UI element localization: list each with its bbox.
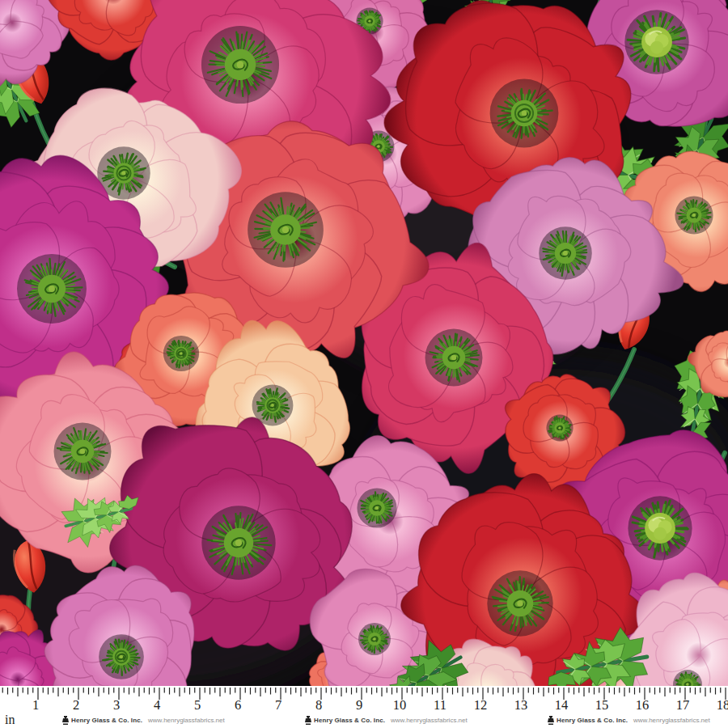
ruler-number: 3 xyxy=(113,697,120,713)
poppy-center-fuzzy xyxy=(201,506,275,579)
henry-glass-lamp-logo-icon xyxy=(62,716,69,725)
poppy-center-ball xyxy=(624,10,688,74)
ruler-number: 13 xyxy=(514,697,528,713)
ruler-number: 2 xyxy=(73,697,79,713)
poppy-center-fuzzy xyxy=(54,423,112,480)
selvage-brand-group: Henry Glass & Co. Inc.www.henryglassfabr… xyxy=(62,715,225,725)
poppy-center-spiral xyxy=(163,336,199,371)
ruler-number: 17 xyxy=(676,697,690,713)
poppy-center-fuzzy xyxy=(487,570,552,636)
poppy-fabric-print xyxy=(0,0,728,686)
poppy-center-fuzzy xyxy=(675,196,713,234)
ruler-number: 8 xyxy=(315,697,322,713)
poppy-center-fuzzy xyxy=(248,192,324,268)
ruler-number: 4 xyxy=(154,697,160,713)
ruler-number: 18 xyxy=(717,697,728,713)
ruler-number: 14 xyxy=(555,697,569,713)
brand-url-text: www.henryglassfabrics.net xyxy=(633,717,710,724)
poppy-center-fuzzy xyxy=(201,26,279,104)
ruler-number: 10 xyxy=(393,697,407,713)
ruler-number: 11 xyxy=(434,697,447,713)
poppy-center-fuzzy xyxy=(358,623,391,655)
ruler-number: 16 xyxy=(636,697,650,713)
ruler-number: 7 xyxy=(275,697,281,713)
brand-text: Henry Glass & Co. Inc. xyxy=(557,717,628,724)
brand-url-text: www.henryglassfabrics.net xyxy=(391,717,468,724)
brand-url-text: www.henryglassfabrics.net xyxy=(148,717,225,724)
unit-label: in xyxy=(5,713,15,726)
brand-text: Henry Glass & Co. Inc. xyxy=(71,717,142,724)
selvage-brand-group: Henry Glass & Co. Inc.www.henryglassfabr… xyxy=(305,715,468,725)
henry-glass-lamp-logo-icon xyxy=(548,716,554,725)
selvage-brand-group: Henry Glass & Co. Inc.www.henryglassfabr… xyxy=(548,715,710,725)
poppy-center-fuzzy xyxy=(425,329,483,387)
brand-text: Henry Glass & Co. Inc. xyxy=(314,717,385,724)
poppy-center-ball xyxy=(628,496,692,560)
ruler-number: 1 xyxy=(32,697,39,713)
ruler-and-selvage-strip: 123456789101112131415161718 in Henry Gla… xyxy=(0,686,728,728)
poppy-center-fuzzy xyxy=(539,226,592,280)
henry-glass-lamp-logo-icon xyxy=(305,716,311,725)
poppy-center-fuzzy xyxy=(17,254,87,324)
ruler-number: 12 xyxy=(474,697,488,713)
poppy-center-fuzzy xyxy=(357,488,396,527)
ruler-number: 15 xyxy=(595,697,609,713)
ruler-number: 6 xyxy=(235,697,241,713)
selvage-strip: in Henry Glass & Co. Inc.www.henryglassf… xyxy=(0,713,728,728)
poppy-fabric-swatch: 123456789101112131415161718 in Henry Gla… xyxy=(0,0,728,728)
ruler: 123456789101112131415161718 xyxy=(0,686,728,713)
poppy-center-spiral xyxy=(490,79,559,148)
poppy-center-spiral xyxy=(99,634,144,679)
ruler-number: 9 xyxy=(356,697,362,713)
ruler-number: 5 xyxy=(194,697,201,713)
poppy-center-fuzzy xyxy=(546,414,573,441)
